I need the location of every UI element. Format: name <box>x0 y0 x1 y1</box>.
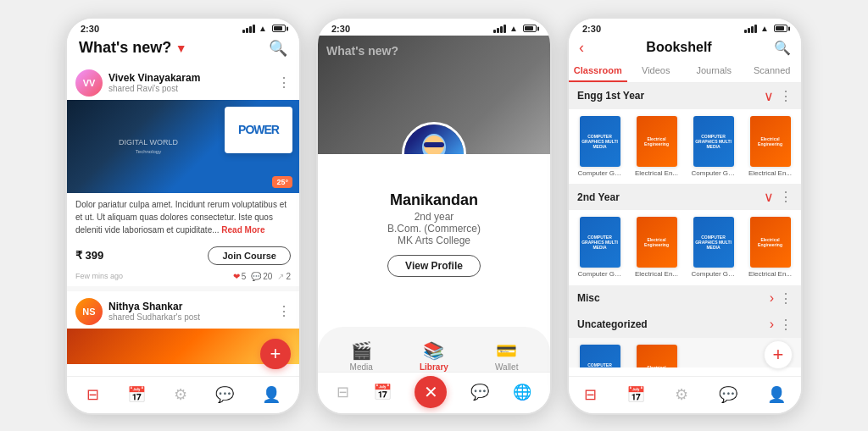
book-item[interactable]: COMPUTER GRAPHICS MULTI MEDIA Computer G… <box>574 217 626 279</box>
nav-wallet[interactable]: 💳 Wallet <box>495 340 518 372</box>
section-uncategorized: Uncategorized › ⋮ <box>569 312 801 338</box>
phone-3: 2:30 ▲ ‹ Bookshelf 🔍 Classroom <box>567 17 803 415</box>
search-icon[interactable]: 🔍 <box>269 39 287 58</box>
calendar-icon: 📅 <box>626 385 645 404</box>
nav-settings[interactable]: ⚙ <box>675 385 688 404</box>
chevron-right-icon[interactable]: › <box>770 290 774 306</box>
read-more-link[interactable]: Read More <box>221 225 264 235</box>
post1-stats: Few mins ago ❤ 5 💬 20 ↗ 2 <box>67 272 299 286</box>
book-item[interactable]: COMPUTER GRAPHICS MULTI MEDIA Computer G… <box>687 116 739 178</box>
nav-calendar[interactable]: 📅 <box>127 385 146 404</box>
post2-user-info: Nithya Shankar shared Sudharkar's post <box>108 301 200 322</box>
section4-more-icon[interactable]: ⋮ <box>779 317 793 333</box>
nav-library[interactable]: 📚 Library <box>420 340 448 372</box>
section-title-uncategorized: Uncategorized <box>577 318 648 330</box>
profile-icon: 👤 <box>767 385 786 404</box>
chevron-down-icon[interactable]: ∨ <box>764 189 774 205</box>
settings-icon: ⚙ <box>675 385 688 404</box>
settings-icon: ⚙ <box>174 385 187 404</box>
post2-header: NS Nithya Shankar shared Sudharkar's pos… <box>67 291 299 329</box>
nav-calendar[interactable]: 📅 <box>373 383 392 401</box>
chat-icon: 💬 <box>719 385 737 404</box>
nav-profile[interactable]: 👤 <box>262 385 281 404</box>
post1-likes: ❤ 5 <box>233 272 247 281</box>
section2-books: COMPUTER GRAPHICS MULTI MEDIA Computer G… <box>569 210 801 285</box>
chat-icon: 💬 <box>470 383 489 401</box>
nav-chat[interactable]: 💬 <box>215 385 234 404</box>
book-cover-blue: COMPUTER GRAPHICS MULTI MEDIA <box>580 345 620 367</box>
section-2nd-year: 2nd Year ∨ ⋮ <box>569 184 801 210</box>
tab-journals[interactable]: Journals <box>685 60 743 82</box>
dropdown-icon[interactable]: ▼ <box>175 41 187 55</box>
section-title-engg: Engg 1st Year <box>577 90 644 102</box>
section2-actions: ∨ ⋮ <box>764 189 793 205</box>
book-item[interactable]: Electrical Engineering Electrical En... <box>631 345 682 367</box>
tab-videos[interactable]: Videos <box>627 60 686 82</box>
section3-more-icon[interactable]: ⋮ <box>779 290 793 307</box>
nav-profile[interactable]: 👤 <box>767 385 786 404</box>
search-icon[interactable]: 🔍 <box>774 40 791 56</box>
post2-avatar: NS <box>75 298 103 325</box>
chevron-down-icon[interactable]: ∨ <box>764 88 774 104</box>
nav-internet[interactable]: 🌐 <box>513 383 531 401</box>
book-item[interactable]: Electrical Engineering Electrical En... <box>631 217 682 279</box>
tab-classroom[interactable]: Classroom <box>569 60 627 82</box>
add-fab-button[interactable]: + <box>260 339 291 369</box>
book-label: Computer Gra... <box>692 270 736 279</box>
book-item[interactable]: Electrical Engineering Electrical En... <box>631 116 682 178</box>
nav-home[interactable]: ⊟ <box>86 385 99 404</box>
phone2-banner-text: What's new? <box>326 44 398 58</box>
phone2-status-bar: 2:30 ▲ <box>318 19 550 36</box>
book-item[interactable]: COMPUTER GRAPHICS MULTI MEDIA Computer G… <box>687 217 739 279</box>
wallet-label: Wallet <box>495 362 518 372</box>
book-item[interactable]: Electrical Engineering Electrical En... <box>744 116 796 178</box>
section1-actions: ∨ ⋮ <box>764 88 793 104</box>
post1-avatar: VV <box>75 69 103 97</box>
chevron-right-icon[interactable]: › <box>770 317 774 332</box>
close-fab-button[interactable]: ✕ <box>415 376 447 408</box>
post1-time: Few mins ago <box>75 272 228 280</box>
phone2-status-icons: ▲ <box>493 24 537 33</box>
library-icon: 📚 <box>423 340 444 361</box>
post1-image-card: POWER <box>225 107 292 153</box>
book-cover-blue: COMPUTER GRAPHICS MULTI MEDIA <box>693 116 734 167</box>
phone1-title-area: What's new? ▼ <box>79 39 187 57</box>
phone-2: 2:30 ▲ What's new? <box>316 17 552 415</box>
post1-more-menu[interactable]: ⋮ <box>277 75 291 91</box>
nav-home[interactable]: ⊟ <box>584 385 597 404</box>
post2-user: NS Nithya Shankar shared Sudharkar's pos… <box>75 298 200 325</box>
post1-comments: 💬 20 <box>251 272 272 281</box>
nav-chat[interactable]: 💬 <box>719 385 737 404</box>
internet-icon: 🌐 <box>513 383 531 401</box>
fab-area: + <box>260 339 291 369</box>
post2-more-menu[interactable]: ⋮ <box>277 303 291 319</box>
nav-media[interactable]: 🎬 Media <box>350 340 373 372</box>
join-course-button[interactable]: Join Course <box>208 246 291 265</box>
post1-image-text: POWER <box>238 123 279 136</box>
phone2-bottom-nav: ⊟ 📅 ✕ 💬 🌐 <box>318 372 550 413</box>
section1-more-icon[interactable]: ⋮ <box>779 88 793 104</box>
book-item[interactable]: COMPUTER GRAPHICS MULTI MEDIA Computer G… <box>574 345 626 367</box>
signal-icon <box>242 25 255 33</box>
section3-actions: › ⋮ <box>770 290 793 307</box>
back-button[interactable]: ‹ <box>579 39 584 57</box>
post1-image-badges: 25° <box>272 176 292 188</box>
view-profile-button[interactable]: View Profile <box>387 255 481 277</box>
book-item[interactable]: Electrical Engineering Electrical En... <box>744 217 796 279</box>
nav-calendar[interactable]: 📅 <box>626 385 645 404</box>
post-card-1: VV Vivek Vinayakaram shared Ravi's post … <box>67 63 299 286</box>
heart-icon: ❤ <box>233 272 240 281</box>
phone3-status-bar: 2:30 ▲ <box>569 19 801 36</box>
nav-classroom[interactable]: ⊟ <box>337 383 349 401</box>
add-fab-button[interactable]: + <box>764 340 793 369</box>
battery-icon <box>523 25 537 32</box>
nav-settings[interactable]: ⚙ <box>174 385 187 404</box>
book-item[interactable]: COMPUTER GRAPHICS MULTI MEDIA Computer G… <box>574 116 626 178</box>
section2-more-icon[interactable]: ⋮ <box>779 189 793 205</box>
nav-chat[interactable]: 💬 <box>470 383 489 401</box>
post2-username: Nithya Shankar <box>108 301 200 312</box>
tab-scanned[interactable]: Scanned <box>743 60 802 82</box>
post1-user-sub: shared Ravi's post <box>108 84 200 93</box>
book-label: Electrical En... <box>748 169 793 178</box>
post1-user: VV Vivek Vinayakaram shared Ravi's post <box>75 69 200 97</box>
